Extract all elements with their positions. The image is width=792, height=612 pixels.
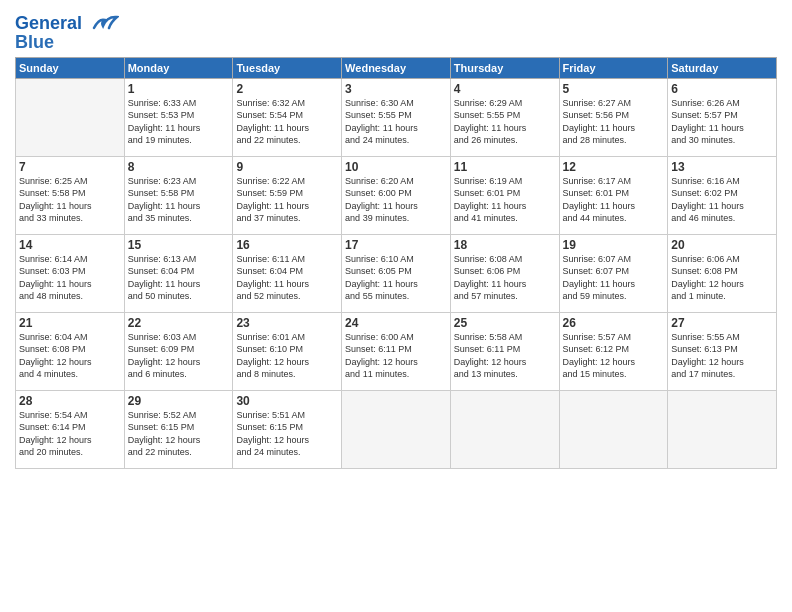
calendar-cell: 19Sunrise: 6:07 AM Sunset: 6:07 PM Dayli…	[559, 235, 668, 313]
day-detail: Sunrise: 6:10 AM Sunset: 6:05 PM Dayligh…	[345, 253, 447, 302]
calendar-cell: 10Sunrise: 6:20 AM Sunset: 6:00 PM Dayli…	[342, 157, 451, 235]
day-detail: Sunrise: 5:54 AM Sunset: 6:14 PM Dayligh…	[19, 409, 121, 458]
calendar-cell: 11Sunrise: 6:19 AM Sunset: 6:01 PM Dayli…	[450, 157, 559, 235]
calendar-cell	[668, 391, 777, 469]
day-number: 13	[671, 160, 773, 174]
day-detail: Sunrise: 6:13 AM Sunset: 6:04 PM Dayligh…	[128, 253, 230, 302]
day-detail: Sunrise: 6:08 AM Sunset: 6:06 PM Dayligh…	[454, 253, 556, 302]
day-number: 4	[454, 82, 556, 96]
week-row-4: 28Sunrise: 5:54 AM Sunset: 6:14 PM Dayli…	[16, 391, 777, 469]
weekday-header-friday: Friday	[559, 58, 668, 79]
day-detail: Sunrise: 6:07 AM Sunset: 6:07 PM Dayligh…	[563, 253, 665, 302]
day-number: 9	[236, 160, 338, 174]
day-detail: Sunrise: 5:58 AM Sunset: 6:11 PM Dayligh…	[454, 331, 556, 380]
day-number: 8	[128, 160, 230, 174]
day-detail: Sunrise: 6:16 AM Sunset: 6:02 PM Dayligh…	[671, 175, 773, 224]
day-detail: Sunrise: 5:52 AM Sunset: 6:15 PM Dayligh…	[128, 409, 230, 458]
day-number: 3	[345, 82, 447, 96]
day-detail: Sunrise: 5:57 AM Sunset: 6:12 PM Dayligh…	[563, 331, 665, 380]
day-number: 28	[19, 394, 121, 408]
calendar-cell	[16, 79, 125, 157]
calendar-cell: 23Sunrise: 6:01 AM Sunset: 6:10 PM Dayli…	[233, 313, 342, 391]
calendar-cell: 5Sunrise: 6:27 AM Sunset: 5:56 PM Daylig…	[559, 79, 668, 157]
day-number: 14	[19, 238, 121, 252]
week-row-0: 1Sunrise: 6:33 AM Sunset: 5:53 PM Daylig…	[16, 79, 777, 157]
logo-blue: Blue	[15, 32, 119, 53]
calendar-cell: 25Sunrise: 5:58 AM Sunset: 6:11 PM Dayli…	[450, 313, 559, 391]
calendar-cell: 24Sunrise: 6:00 AM Sunset: 6:11 PM Dayli…	[342, 313, 451, 391]
header: General Blue	[15, 10, 777, 53]
calendar-cell	[342, 391, 451, 469]
day-detail: Sunrise: 6:04 AM Sunset: 6:08 PM Dayligh…	[19, 331, 121, 380]
day-number: 24	[345, 316, 447, 330]
day-detail: Sunrise: 6:01 AM Sunset: 6:10 PM Dayligh…	[236, 331, 338, 380]
logo: General Blue	[15, 14, 119, 53]
day-detail: Sunrise: 6:14 AM Sunset: 6:03 PM Dayligh…	[19, 253, 121, 302]
logo-bird-icon	[89, 14, 119, 34]
day-number: 30	[236, 394, 338, 408]
logo-text: General	[15, 14, 119, 34]
day-number: 10	[345, 160, 447, 174]
calendar-cell: 1Sunrise: 6:33 AM Sunset: 5:53 PM Daylig…	[124, 79, 233, 157]
weekday-header-saturday: Saturday	[668, 58, 777, 79]
day-number: 1	[128, 82, 230, 96]
calendar-cell: 27Sunrise: 5:55 AM Sunset: 6:13 PM Dayli…	[668, 313, 777, 391]
day-number: 27	[671, 316, 773, 330]
calendar-cell: 15Sunrise: 6:13 AM Sunset: 6:04 PM Dayli…	[124, 235, 233, 313]
calendar-cell	[450, 391, 559, 469]
day-detail: Sunrise: 5:55 AM Sunset: 6:13 PM Dayligh…	[671, 331, 773, 380]
day-number: 26	[563, 316, 665, 330]
day-number: 5	[563, 82, 665, 96]
day-number: 15	[128, 238, 230, 252]
calendar-cell: 30Sunrise: 5:51 AM Sunset: 6:15 PM Dayli…	[233, 391, 342, 469]
weekday-header-thursday: Thursday	[450, 58, 559, 79]
calendar-cell: 18Sunrise: 6:08 AM Sunset: 6:06 PM Dayli…	[450, 235, 559, 313]
weekday-header-tuesday: Tuesday	[233, 58, 342, 79]
logo-general: General	[15, 13, 82, 33]
week-row-2: 14Sunrise: 6:14 AM Sunset: 6:03 PM Dayli…	[16, 235, 777, 313]
weekday-header-wednesday: Wednesday	[342, 58, 451, 79]
day-number: 22	[128, 316, 230, 330]
week-row-1: 7Sunrise: 6:25 AM Sunset: 5:58 PM Daylig…	[16, 157, 777, 235]
day-detail: Sunrise: 6:25 AM Sunset: 5:58 PM Dayligh…	[19, 175, 121, 224]
calendar-cell: 14Sunrise: 6:14 AM Sunset: 6:03 PM Dayli…	[16, 235, 125, 313]
day-detail: Sunrise: 6:33 AM Sunset: 5:53 PM Dayligh…	[128, 97, 230, 146]
day-detail: Sunrise: 6:27 AM Sunset: 5:56 PM Dayligh…	[563, 97, 665, 146]
day-number: 19	[563, 238, 665, 252]
weekday-header-sunday: Sunday	[16, 58, 125, 79]
calendar-cell: 16Sunrise: 6:11 AM Sunset: 6:04 PM Dayli…	[233, 235, 342, 313]
day-detail: Sunrise: 6:00 AM Sunset: 6:11 PM Dayligh…	[345, 331, 447, 380]
main-container: General Blue SundayMondayTuesdayWednesda…	[0, 0, 792, 479]
calendar-cell	[559, 391, 668, 469]
day-detail: Sunrise: 6:20 AM Sunset: 6:00 PM Dayligh…	[345, 175, 447, 224]
day-detail: Sunrise: 6:19 AM Sunset: 6:01 PM Dayligh…	[454, 175, 556, 224]
day-number: 21	[19, 316, 121, 330]
day-detail: Sunrise: 5:51 AM Sunset: 6:15 PM Dayligh…	[236, 409, 338, 458]
day-detail: Sunrise: 6:06 AM Sunset: 6:08 PM Dayligh…	[671, 253, 773, 302]
weekday-header-monday: Monday	[124, 58, 233, 79]
day-number: 23	[236, 316, 338, 330]
day-number: 20	[671, 238, 773, 252]
calendar-cell: 7Sunrise: 6:25 AM Sunset: 5:58 PM Daylig…	[16, 157, 125, 235]
calendar-cell: 8Sunrise: 6:23 AM Sunset: 5:58 PM Daylig…	[124, 157, 233, 235]
calendar-cell: 28Sunrise: 5:54 AM Sunset: 6:14 PM Dayli…	[16, 391, 125, 469]
day-number: 17	[345, 238, 447, 252]
calendar-cell: 22Sunrise: 6:03 AM Sunset: 6:09 PM Dayli…	[124, 313, 233, 391]
header-row: SundayMondayTuesdayWednesdayThursdayFrid…	[16, 58, 777, 79]
day-number: 18	[454, 238, 556, 252]
day-detail: Sunrise: 6:17 AM Sunset: 6:01 PM Dayligh…	[563, 175, 665, 224]
calendar-cell: 17Sunrise: 6:10 AM Sunset: 6:05 PM Dayli…	[342, 235, 451, 313]
day-number: 2	[236, 82, 338, 96]
calendar-cell: 21Sunrise: 6:04 AM Sunset: 6:08 PM Dayli…	[16, 313, 125, 391]
day-number: 11	[454, 160, 556, 174]
day-number: 6	[671, 82, 773, 96]
day-detail: Sunrise: 6:23 AM Sunset: 5:58 PM Dayligh…	[128, 175, 230, 224]
calendar-cell: 26Sunrise: 5:57 AM Sunset: 6:12 PM Dayli…	[559, 313, 668, 391]
week-row-3: 21Sunrise: 6:04 AM Sunset: 6:08 PM Dayli…	[16, 313, 777, 391]
day-number: 29	[128, 394, 230, 408]
day-number: 12	[563, 160, 665, 174]
calendar-cell: 4Sunrise: 6:29 AM Sunset: 5:55 PM Daylig…	[450, 79, 559, 157]
day-detail: Sunrise: 6:03 AM Sunset: 6:09 PM Dayligh…	[128, 331, 230, 380]
day-detail: Sunrise: 6:29 AM Sunset: 5:55 PM Dayligh…	[454, 97, 556, 146]
day-number: 7	[19, 160, 121, 174]
